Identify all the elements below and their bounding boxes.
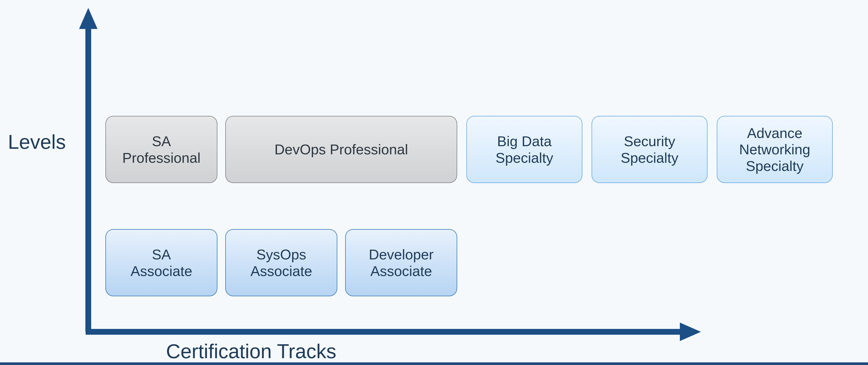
box-advance-networking-specialty: AdvanceNetworkingSpecialty xyxy=(717,116,833,183)
box-security-specialty: SecuritySpecialty xyxy=(592,116,708,183)
box-developer-associate: DeveloperAssociate xyxy=(345,229,457,296)
x-axis-label: Certification Tracks xyxy=(166,340,336,363)
box-sysops-associate: SysOpsAssociate xyxy=(225,229,337,296)
box-devops-professional: DevOps Professional xyxy=(225,116,457,183)
box-big-data-specialty: Big DataSpecialty xyxy=(466,116,582,183)
bottom-strip xyxy=(0,362,868,365)
svg-marker-3 xyxy=(680,323,701,341)
y-axis-label: Levels xyxy=(8,130,66,153)
box-sa-professional: SAProfessional xyxy=(105,116,217,183)
box-sa-associate: SAAssociate xyxy=(105,229,217,296)
diagram-canvas: Levels Certification Tracks SAProfession… xyxy=(0,0,868,365)
svg-marker-1 xyxy=(79,8,97,29)
